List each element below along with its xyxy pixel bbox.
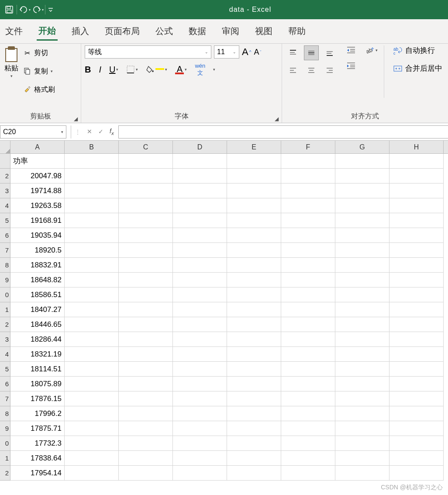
cell[interactable]	[173, 436, 227, 451]
cell[interactable]	[173, 169, 227, 183]
align-left-icon[interactable]	[286, 63, 300, 78]
cell[interactable]: 18446.65	[10, 317, 65, 332]
row-header[interactable]: 4	[0, 198, 10, 213]
row-header[interactable]: 0	[0, 287, 10, 302]
decrease-indent-icon[interactable]	[346, 45, 356, 54]
cell[interactable]	[119, 436, 173, 451]
cell[interactable]	[281, 362, 335, 377]
cell[interactable]	[227, 287, 281, 302]
cell[interactable]	[281, 273, 335, 287]
increase-indent-icon[interactable]	[346, 61, 356, 70]
cell[interactable]: 19263.58	[10, 198, 65, 213]
cell[interactable]	[173, 466, 227, 481]
name-box[interactable]: C20 ▾	[0, 125, 66, 138]
cell[interactable]	[65, 451, 119, 466]
cell[interactable]	[389, 362, 444, 377]
chevron-down-icon[interactable]: ▾	[10, 74, 13, 78]
cell[interactable]	[389, 243, 444, 258]
cell[interactable]: 功率	[10, 154, 65, 169]
tab-file[interactable]: 文件	[3, 23, 24, 40]
cell[interactable]	[227, 213, 281, 228]
cell[interactable]	[119, 273, 173, 287]
cell[interactable]	[281, 154, 335, 169]
cell[interactable]	[65, 154, 119, 169]
cell[interactable]	[389, 406, 444, 421]
qat-customize-icon[interactable]	[46, 3, 55, 16]
cell[interactable]	[173, 377, 227, 391]
align-top-icon[interactable]	[286, 45, 300, 60]
cell[interactable]	[281, 302, 335, 317]
cell[interactable]	[119, 406, 173, 421]
cell[interactable]	[173, 273, 227, 287]
cell[interactable]: 17996.2	[10, 406, 65, 421]
cell[interactable]	[389, 421, 444, 436]
cell[interactable]	[65, 273, 119, 287]
cell[interactable]	[281, 406, 335, 421]
cell[interactable]	[335, 377, 389, 391]
cell[interactable]	[281, 391, 335, 406]
cell[interactable]	[173, 228, 227, 243]
tab-page-layout[interactable]: 页面布局	[103, 23, 141, 40]
row-header[interactable]: 7	[0, 391, 10, 406]
cell[interactable]	[389, 466, 444, 481]
dialog-launcher-icon[interactable]: ◢	[275, 116, 281, 122]
chevron-down-icon[interactable]: ▾	[61, 130, 63, 134]
chevron-down-icon[interactable]: ▾	[51, 69, 53, 73]
col-header[interactable]: G	[335, 141, 389, 153]
cell[interactable]	[227, 451, 281, 466]
cell[interactable]	[119, 302, 173, 317]
save-icon[interactable]	[3, 3, 16, 16]
cell[interactable]	[173, 347, 227, 362]
cell[interactable]	[335, 154, 389, 169]
row-header[interactable]: 8	[0, 406, 10, 421]
cell[interactable]	[119, 347, 173, 362]
format-painter-button[interactable]: 格式刷	[23, 82, 55, 97]
cell[interactable]	[227, 302, 281, 317]
chevron-down-icon[interactable]: ▾	[165, 67, 167, 72]
cell[interactable]	[65, 347, 119, 362]
row-header[interactable]: 3	[0, 332, 10, 347]
tab-help[interactable]: 帮助	[286, 23, 307, 40]
cell[interactable]	[65, 421, 119, 436]
chevron-down-icon[interactable]: ▾	[29, 8, 31, 12]
cell[interactable]	[281, 347, 335, 362]
italic-button[interactable]: I	[99, 65, 101, 75]
cell[interactable]	[389, 258, 444, 273]
cell[interactable]	[281, 287, 335, 302]
row-header[interactable]: 2	[0, 317, 10, 332]
cell[interactable]	[119, 183, 173, 198]
cell[interactable]	[119, 169, 173, 183]
cell[interactable]	[173, 332, 227, 347]
cell[interactable]	[227, 198, 281, 213]
dialog-launcher-icon[interactable]: ◢	[74, 116, 80, 122]
cell[interactable]	[335, 421, 389, 436]
cell[interactable]	[389, 228, 444, 243]
tab-view[interactable]: 视图	[253, 23, 274, 40]
cell[interactable]	[389, 436, 444, 451]
cell[interactable]	[173, 258, 227, 273]
cell[interactable]	[389, 213, 444, 228]
formula-input[interactable]	[118, 125, 448, 138]
row-header[interactable]: 0	[0, 436, 10, 451]
col-header[interactable]: B	[65, 141, 119, 153]
accept-formula-icon[interactable]: ✓	[98, 128, 103, 135]
cell[interactable]	[227, 273, 281, 287]
cell[interactable]	[335, 273, 389, 287]
cell[interactable]	[173, 421, 227, 436]
cell[interactable]: 17838.64	[10, 451, 65, 466]
cell[interactable]	[119, 258, 173, 273]
cell[interactable]	[227, 317, 281, 332]
cell[interactable]	[119, 317, 173, 332]
row-header[interactable]: 5	[0, 362, 10, 377]
row-header[interactable]: 6	[0, 377, 10, 391]
cell[interactable]	[173, 198, 227, 213]
cell[interactable]	[173, 451, 227, 466]
col-header[interactable]: E	[227, 141, 281, 153]
cell[interactable]: 18832.91	[10, 258, 65, 273]
orientation-icon[interactable]: ab ▾	[365, 45, 378, 55]
cell[interactable]	[65, 436, 119, 451]
tab-insert[interactable]: 插入	[70, 23, 91, 40]
cell[interactable]	[227, 436, 281, 451]
align-middle-icon[interactable]	[304, 45, 319, 60]
cell[interactable]	[65, 198, 119, 213]
